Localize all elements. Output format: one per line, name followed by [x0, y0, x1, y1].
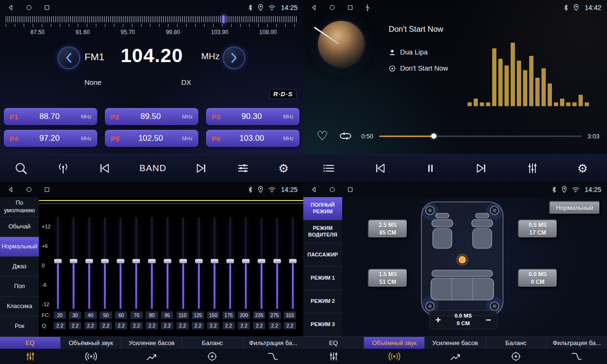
slider-knob[interactable] [258, 259, 265, 264]
bass-boost-icon[interactable] [425, 349, 486, 364]
slider-knob[interactable] [289, 259, 297, 264]
dsp-tab[interactable]: EQ [0, 337, 61, 349]
bass-boost-icon[interactable] [121, 349, 182, 364]
eq-band-slider[interactable] [179, 217, 187, 309]
slider-knob[interactable] [54, 259, 62, 264]
mixer-icon[interactable] [526, 162, 539, 175]
back-icon[interactable] [311, 186, 318, 193]
eq-band-slider[interactable] [211, 217, 218, 309]
eq-band-slider[interactable] [164, 217, 171, 309]
dsp-tab[interactable]: Объёмный звук [61, 337, 121, 349]
slider-knob[interactable] [148, 259, 156, 264]
eq-preset-item[interactable]: Поп [0, 277, 39, 297]
recents-icon[interactable] [347, 186, 354, 193]
radio-preset-button[interactable]: P1 88.70 MHz [4, 108, 97, 125]
eq-preset-item[interactable]: Классика [0, 297, 39, 317]
eq-band-slider[interactable] [289, 217, 297, 309]
skip-previous-icon[interactable] [98, 162, 111, 174]
eq-preset-item[interactable]: Обычай [0, 217, 39, 237]
radio-preset-button[interactable]: P6 103.00 MHz [206, 130, 299, 147]
eq-band-slider[interactable] [54, 217, 62, 309]
dsp-tab[interactable]: Баланс [182, 337, 243, 349]
slider-knob[interactable] [70, 259, 77, 264]
eq-band-slider[interactable] [132, 217, 140, 309]
back-icon[interactable] [8, 186, 14, 193]
pause-icon[interactable] [424, 162, 437, 174]
eq-band-slider[interactable] [242, 217, 250, 309]
eq-preset-item[interactable]: Нормальный [0, 237, 39, 257]
filter-icon[interactable] [546, 349, 607, 364]
slider-knob[interactable] [226, 259, 234, 264]
skip-next-icon[interactable] [195, 162, 207, 174]
eq-preset-item[interactable]: Джаз [0, 257, 39, 277]
settings-gear-icon[interactable]: ⚙ [278, 163, 289, 174]
home-icon[interactable] [26, 4, 32, 11]
dsp-tab[interactable]: Баланс [486, 337, 547, 349]
progress-bar[interactable] [379, 136, 582, 137]
home-icon[interactable] [329, 4, 336, 11]
listening-mode-item[interactable]: РЕЖИМ ВОДИТЕЛЯ [303, 220, 342, 244]
radio-preset-button[interactable]: P5 102.50 MHz [105, 130, 198, 147]
search-icon[interactable] [14, 162, 28, 175]
band-button[interactable]: BAND [140, 163, 167, 173]
delay-front-right-button[interactable]: 0.5 MS 17 CM [518, 219, 558, 238]
delay-front-left-button[interactable]: 2.5 MS 85 CM [368, 219, 408, 238]
eq-icon[interactable] [303, 349, 364, 364]
dsp-tab[interactable]: Усиление басов [425, 337, 486, 349]
repeat-icon[interactable] [338, 131, 353, 141]
recents-icon[interactable] [44, 4, 50, 11]
slider-knob[interactable] [195, 259, 203, 264]
surround-icon[interactable] [61, 349, 121, 364]
dsp-tab[interactable]: Фильтрация ба... [547, 337, 607, 349]
dsp-tab[interactable]: Фильтрация ба... [243, 337, 303, 349]
tune-down-button[interactable] [57, 46, 80, 69]
back-icon[interactable] [8, 4, 14, 11]
delay-rear-left-button[interactable]: 1.5 MS 51 CM [368, 269, 408, 288]
tone-settings-icon[interactable] [236, 162, 250, 175]
filter-icon[interactable] [243, 349, 303, 364]
slider-knob[interactable] [101, 259, 109, 264]
progress-knob[interactable] [431, 134, 436, 139]
frequency-ruler[interactable]: 87.5091.6095.7099.80103.90108.00 [0, 16, 303, 41]
surround-icon[interactable] [364, 349, 425, 364]
eq-band-slider[interactable] [273, 217, 281, 309]
listening-mode-item[interactable]: РЕЖИМ 1 [303, 267, 342, 290]
back-icon[interactable] [311, 4, 318, 11]
settings-gear-icon[interactable]: ⚙ [577, 163, 588, 174]
slider-knob[interactable] [85, 259, 93, 264]
broadcast-icon[interactable] [56, 162, 70, 175]
radio-preset-button[interactable]: P3 90.30 MHz [206, 108, 299, 125]
eq-band-slider[interactable] [70, 217, 77, 309]
slider-knob[interactable] [117, 259, 124, 264]
tune-up-button[interactable] [223, 46, 245, 69]
radio-preset-button[interactable]: P4 97.20 MHz [4, 130, 97, 147]
slider-knob[interactable] [164, 259, 171, 264]
sound-profile-button[interactable]: Нормальный [549, 201, 600, 215]
delay-rear-right-button[interactable]: 0.0 MS 0 CM [518, 269, 558, 288]
eq-band-slider[interactable] [226, 217, 234, 309]
listening-mode-item[interactable]: ПАССАЖИР [303, 244, 342, 267]
dsp-tab[interactable]: Усиление басов [121, 337, 182, 349]
home-icon[interactable] [329, 186, 336, 193]
dsp-tab[interactable]: EQ [303, 337, 364, 349]
slider-knob[interactable] [179, 259, 187, 264]
slider-knob[interactable] [211, 259, 218, 264]
eq-preset-item[interactable]: По умолчанию [0, 197, 39, 217]
radio-preset-button[interactable]: P2 89.50 MHz [105, 108, 198, 125]
recents-icon[interactable] [44, 186, 50, 193]
recents-icon[interactable] [347, 4, 354, 11]
eq-preset-item[interactable]: Рок [0, 317, 39, 337]
balance-icon[interactable] [486, 349, 546, 364]
playlist-icon[interactable] [322, 162, 336, 175]
eq-band-slider[interactable] [258, 217, 265, 309]
balance-icon[interactable] [182, 349, 243, 364]
listening-mode-item[interactable]: ПОЛНЫЙ РЕЖИМ [303, 197, 342, 220]
eq-band-slider[interactable] [85, 217, 93, 309]
dsp-tab[interactable]: Объёмный звук [364, 337, 425, 349]
slider-knob[interactable] [132, 259, 140, 264]
eq-band-slider[interactable] [195, 217, 203, 309]
slider-knob[interactable] [273, 259, 281, 264]
listening-mode-item[interactable]: РЕЖИМ 3 [303, 313, 342, 337]
slider-knob[interactable] [242, 259, 250, 264]
delay-decrease-button[interactable]: − [480, 315, 497, 326]
